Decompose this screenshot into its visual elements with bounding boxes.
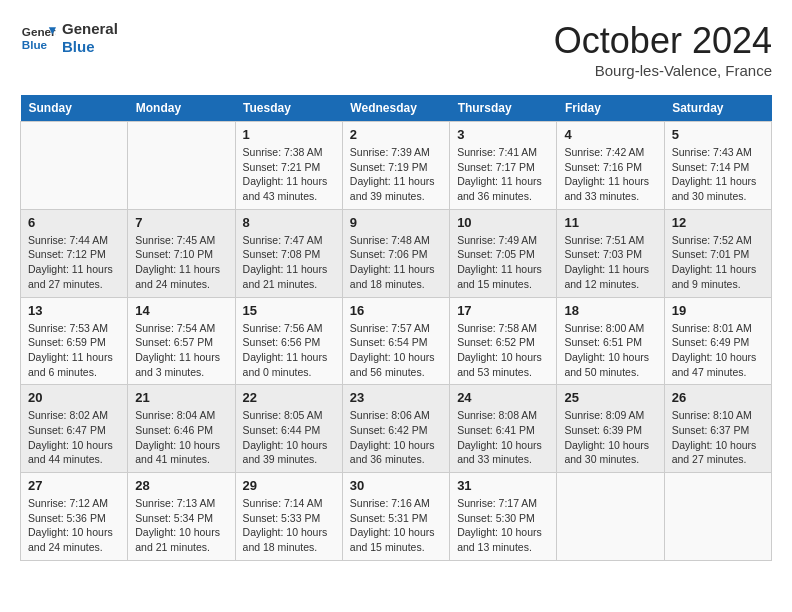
day-info: Sunrise: 8:10 AMSunset: 6:37 PMDaylight:… [672,408,764,467]
day-info: Sunrise: 8:04 AMSunset: 6:46 PMDaylight:… [135,408,227,467]
day-number: 28 [135,478,227,493]
calendar-cell [21,122,128,210]
day-info: Sunrise: 7:48 AMSunset: 7:06 PMDaylight:… [350,233,442,292]
day-number: 7 [135,215,227,230]
calendar-cell: 22Sunrise: 8:05 AMSunset: 6:44 PMDayligh… [235,385,342,473]
day-info: Sunrise: 7:39 AMSunset: 7:19 PMDaylight:… [350,145,442,204]
day-info: Sunrise: 7:58 AMSunset: 6:52 PMDaylight:… [457,321,549,380]
day-info: Sunrise: 7:52 AMSunset: 7:01 PMDaylight:… [672,233,764,292]
calendar-cell: 16Sunrise: 7:57 AMSunset: 6:54 PMDayligh… [342,297,449,385]
calendar-cell: 7Sunrise: 7:45 AMSunset: 7:10 PMDaylight… [128,209,235,297]
calendar-cell [664,473,771,561]
day-info: Sunrise: 7:56 AMSunset: 6:56 PMDaylight:… [243,321,335,380]
calendar-cell: 27Sunrise: 7:12 AMSunset: 5:36 PMDayligh… [21,473,128,561]
calendar-cell: 23Sunrise: 8:06 AMSunset: 6:42 PMDayligh… [342,385,449,473]
day-number: 27 [28,478,120,493]
logo-icon: General Blue [20,20,56,56]
calendar-cell: 18Sunrise: 8:00 AMSunset: 6:51 PMDayligh… [557,297,664,385]
calendar-cell: 6Sunrise: 7:44 AMSunset: 7:12 PMDaylight… [21,209,128,297]
calendar-cell: 17Sunrise: 7:58 AMSunset: 6:52 PMDayligh… [450,297,557,385]
calendar-cell: 31Sunrise: 7:17 AMSunset: 5:30 PMDayligh… [450,473,557,561]
header-tuesday: Tuesday [235,95,342,122]
day-info: Sunrise: 7:51 AMSunset: 7:03 PMDaylight:… [564,233,656,292]
day-info: Sunrise: 7:41 AMSunset: 7:17 PMDaylight:… [457,145,549,204]
svg-text:General: General [22,25,56,38]
calendar-cell: 25Sunrise: 8:09 AMSunset: 6:39 PMDayligh… [557,385,664,473]
calendar-table: SundayMondayTuesdayWednesdayThursdayFrid… [20,95,772,561]
calendar-week-5: 27Sunrise: 7:12 AMSunset: 5:36 PMDayligh… [21,473,772,561]
logo-text-blue: Blue [62,38,118,56]
day-info: Sunrise: 7:44 AMSunset: 7:12 PMDaylight:… [28,233,120,292]
page-header: General Blue General Blue General Blue O… [20,20,772,79]
day-number: 30 [350,478,442,493]
day-number: 10 [457,215,549,230]
month-title: October 2024 [554,20,772,62]
day-info: Sunrise: 7:54 AMSunset: 6:57 PMDaylight:… [135,321,227,380]
day-info: Sunrise: 8:05 AMSunset: 6:44 PMDaylight:… [243,408,335,467]
header-thursday: Thursday [450,95,557,122]
calendar-cell: 9Sunrise: 7:48 AMSunset: 7:06 PMDaylight… [342,209,449,297]
day-info: Sunrise: 7:45 AMSunset: 7:10 PMDaylight:… [135,233,227,292]
calendar-week-2: 6Sunrise: 7:44 AMSunset: 7:12 PMDaylight… [21,209,772,297]
calendar-week-4: 20Sunrise: 8:02 AMSunset: 6:47 PMDayligh… [21,385,772,473]
day-info: Sunrise: 8:08 AMSunset: 6:41 PMDaylight:… [457,408,549,467]
calendar-cell: 2Sunrise: 7:39 AMSunset: 7:19 PMDaylight… [342,122,449,210]
calendar-cell [128,122,235,210]
day-info: Sunrise: 7:49 AMSunset: 7:05 PMDaylight:… [457,233,549,292]
calendar-cell: 24Sunrise: 8:08 AMSunset: 6:41 PMDayligh… [450,385,557,473]
day-number: 12 [672,215,764,230]
day-info: Sunrise: 7:16 AMSunset: 5:31 PMDaylight:… [350,496,442,555]
day-info: Sunrise: 8:00 AMSunset: 6:51 PMDaylight:… [564,321,656,380]
day-info: Sunrise: 7:17 AMSunset: 5:30 PMDaylight:… [457,496,549,555]
calendar-cell: 11Sunrise: 7:51 AMSunset: 7:03 PMDayligh… [557,209,664,297]
day-number: 9 [350,215,442,230]
calendar-cell: 20Sunrise: 8:02 AMSunset: 6:47 PMDayligh… [21,385,128,473]
day-info: Sunrise: 8:06 AMSunset: 6:42 PMDaylight:… [350,408,442,467]
day-number: 31 [457,478,549,493]
day-number: 25 [564,390,656,405]
calendar-cell [557,473,664,561]
day-number: 18 [564,303,656,318]
day-number: 19 [672,303,764,318]
header-friday: Friday [557,95,664,122]
calendar-cell: 13Sunrise: 7:53 AMSunset: 6:59 PMDayligh… [21,297,128,385]
location: Bourg-les-Valence, France [554,62,772,79]
calendar-cell: 26Sunrise: 8:10 AMSunset: 6:37 PMDayligh… [664,385,771,473]
header-wednesday: Wednesday [342,95,449,122]
day-info: Sunrise: 7:53 AMSunset: 6:59 PMDaylight:… [28,321,120,380]
day-info: Sunrise: 7:12 AMSunset: 5:36 PMDaylight:… [28,496,120,555]
day-info: Sunrise: 7:13 AMSunset: 5:34 PMDaylight:… [135,496,227,555]
day-number: 13 [28,303,120,318]
day-info: Sunrise: 7:43 AMSunset: 7:14 PMDaylight:… [672,145,764,204]
calendar-header-row: SundayMondayTuesdayWednesdayThursdayFrid… [21,95,772,122]
day-info: Sunrise: 7:38 AMSunset: 7:21 PMDaylight:… [243,145,335,204]
day-number: 26 [672,390,764,405]
day-number: 8 [243,215,335,230]
calendar-cell: 12Sunrise: 7:52 AMSunset: 7:01 PMDayligh… [664,209,771,297]
calendar-cell: 28Sunrise: 7:13 AMSunset: 5:34 PMDayligh… [128,473,235,561]
header-sunday: Sunday [21,95,128,122]
day-info: Sunrise: 7:57 AMSunset: 6:54 PMDaylight:… [350,321,442,380]
day-info: Sunrise: 7:14 AMSunset: 5:33 PMDaylight:… [243,496,335,555]
title-block: October 2024 Bourg-les-Valence, France [554,20,772,79]
day-number: 11 [564,215,656,230]
day-number: 20 [28,390,120,405]
day-number: 17 [457,303,549,318]
calendar-cell: 29Sunrise: 7:14 AMSunset: 5:33 PMDayligh… [235,473,342,561]
day-info: Sunrise: 7:47 AMSunset: 7:08 PMDaylight:… [243,233,335,292]
calendar-cell: 14Sunrise: 7:54 AMSunset: 6:57 PMDayligh… [128,297,235,385]
day-number: 21 [135,390,227,405]
calendar-cell: 19Sunrise: 8:01 AMSunset: 6:49 PMDayligh… [664,297,771,385]
day-number: 2 [350,127,442,142]
calendar-cell: 4Sunrise: 7:42 AMSunset: 7:16 PMDaylight… [557,122,664,210]
calendar-cell: 21Sunrise: 8:04 AMSunset: 6:46 PMDayligh… [128,385,235,473]
logo: General Blue General Blue General Blue [20,20,118,56]
calendar-cell: 5Sunrise: 7:43 AMSunset: 7:14 PMDaylight… [664,122,771,210]
calendar-cell: 10Sunrise: 7:49 AMSunset: 7:05 PMDayligh… [450,209,557,297]
logo-text-general: General [62,20,118,38]
header-saturday: Saturday [664,95,771,122]
calendar-week-3: 13Sunrise: 7:53 AMSunset: 6:59 PMDayligh… [21,297,772,385]
calendar-cell: 1Sunrise: 7:38 AMSunset: 7:21 PMDaylight… [235,122,342,210]
day-number: 1 [243,127,335,142]
day-info: Sunrise: 8:09 AMSunset: 6:39 PMDaylight:… [564,408,656,467]
